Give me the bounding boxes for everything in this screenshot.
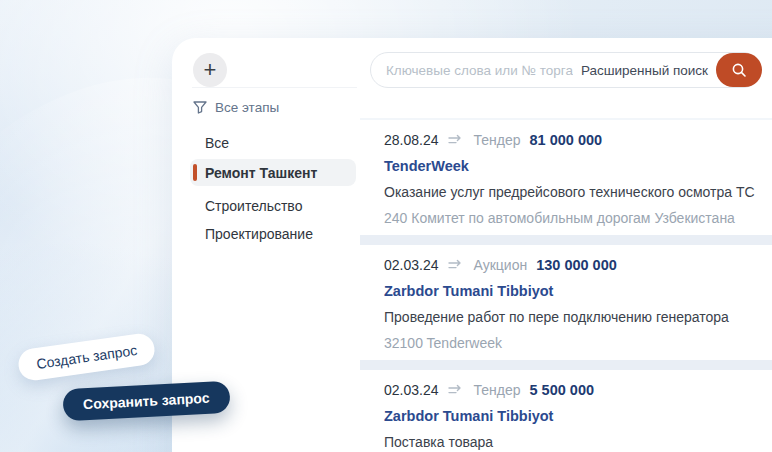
sidebar-item-all[interactable]: Все xyxy=(205,135,229,151)
search-input[interactable] xyxy=(371,63,581,78)
transfer-arrow-icon xyxy=(448,384,465,396)
tender-card[interactable]: 02.03.24 Тендер 5 500 000 Zarbdor Tumani… xyxy=(368,370,772,452)
search-bar: Расширенный поиск xyxy=(370,52,761,88)
sidebar-item-remont-tashkent[interactable]: Ремонт Ташкент xyxy=(190,159,356,186)
tender-description: Проведение работ по пере подключению ген… xyxy=(384,308,772,326)
stages-filter[interactable]: Все этапы xyxy=(193,100,279,115)
tender-card[interactable]: 28.08.24 Тендер 81 000 000 TenderWeek Ок… xyxy=(368,120,772,235)
sidebar-item-proektirovanie[interactable]: Проектирование xyxy=(205,226,313,242)
tender-amount: 130 000 000 xyxy=(536,256,617,274)
search-button[interactable] xyxy=(716,53,762,87)
tender-amount: 81 000 000 xyxy=(530,131,603,149)
list-divider xyxy=(360,235,772,245)
tender-type: Тендер xyxy=(474,131,521,149)
sidebar-item-stroitelstvo[interactable]: Строительство xyxy=(205,198,302,214)
search-icon xyxy=(731,62,747,78)
tender-date: 02.03.24 xyxy=(384,256,439,274)
filter-funnel-icon xyxy=(193,101,207,114)
advanced-search-link[interactable]: Расширенный поиск xyxy=(581,63,708,78)
tender-name-link[interactable]: TenderWeek xyxy=(384,157,772,175)
tender-organization: 32100 Tenderweek xyxy=(384,334,772,352)
tender-name-link[interactable]: Zarbdor Tumani Tibbiyot xyxy=(384,407,772,425)
tender-meta-row: 02.03.24 Тендер 5 500 000 xyxy=(384,381,772,399)
tender-organization: 240 Комитет по автомобильным дорогам Узб… xyxy=(384,209,772,227)
transfer-arrow-icon xyxy=(448,259,465,271)
tender-date: 02.03.24 xyxy=(384,381,439,399)
stages-filter-label: Все этапы xyxy=(215,100,279,115)
tender-meta-row: 28.08.24 Тендер 81 000 000 xyxy=(384,131,772,149)
tender-type: Тендер xyxy=(474,381,521,399)
tender-description: Поставка товара xyxy=(384,433,772,451)
tender-card[interactable]: 02.03.24 Аукцион 130 000 000 Zarbdor Tum… xyxy=(368,245,772,360)
selected-indicator xyxy=(193,164,197,181)
tender-date: 28.08.24 xyxy=(384,131,439,149)
main-panel: + Все этапы Все Ремонт Ташкент Строитель… xyxy=(172,38,772,452)
tender-description: Оказание услуг предрейсового техническог… xyxy=(384,183,772,201)
add-query-button[interactable]: + xyxy=(193,53,227,87)
tender-meta-row: 02.03.24 Аукцион 130 000 000 xyxy=(384,256,772,274)
sidebar-divider xyxy=(192,87,357,88)
tender-amount: 5 500 000 xyxy=(530,381,595,399)
transfer-arrow-icon xyxy=(448,134,465,146)
sidebar-item-label: Ремонт Ташкент xyxy=(205,165,317,181)
tender-type: Аукцион xyxy=(474,256,528,274)
tender-name-link[interactable]: Zarbdor Tumani Tibbiyot xyxy=(384,282,772,300)
tender-list: 28.08.24 Тендер 81 000 000 TenderWeek Ок… xyxy=(360,118,772,452)
list-divider xyxy=(360,360,772,370)
